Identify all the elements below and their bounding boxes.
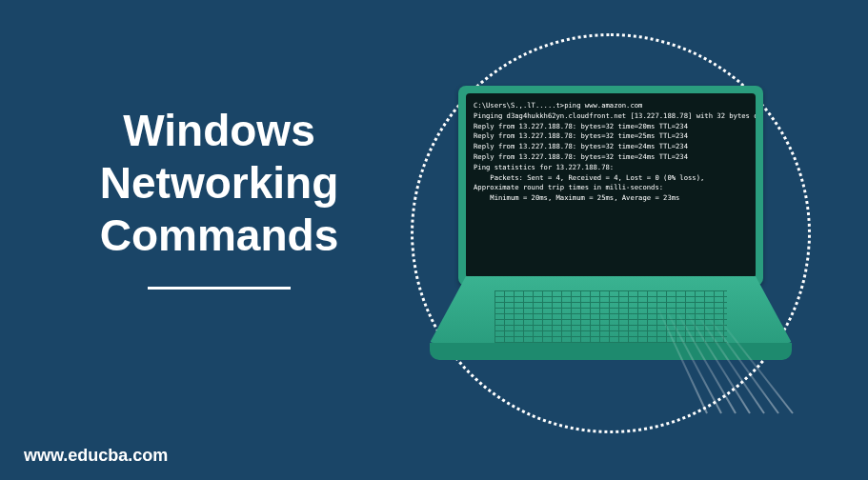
terminal-reply: Reply from 13.227.188.78: bytes=32 time=…	[474, 152, 748, 163]
laptop-illustration: C:\Users\S.,.lT.....t>ping www.amazon.co…	[430, 86, 792, 381]
title-underline	[148, 287, 291, 290]
laptop-keyboard	[430, 276, 792, 381]
title-line-1: Windows	[123, 106, 314, 155]
title-line-2: Networking	[100, 158, 338, 208]
terminal-rtt-values: Minimum = 20ms, Maximum = 25ms, Average …	[474, 193, 748, 204]
terminal-rtt-header: Approximate round trip times in milli-se…	[474, 183, 748, 193]
terminal-reply: Reply from 13.227.188.78: bytes=32 time=…	[474, 122, 748, 132]
keyboard-deck	[430, 276, 792, 343]
title-line-3: Commands	[100, 210, 338, 260]
terminal-screen: C:\Users\S.,.lT.....t>ping www.amazon.co…	[466, 93, 756, 278]
laptop-screen-bezel: C:\Users\S.,.lT.....t>ping www.amazon.co…	[458, 86, 763, 286]
terminal-packets: Packets: Sent = 4, Received = 4, Lost = …	[474, 173, 748, 184]
terminal-prompt-line: C:\Users\S.,.lT.....t>ping www.amazon.co…	[474, 101, 748, 111]
keyboard-keys	[495, 290, 726, 343]
terminal-reply: Reply from 13.227.188.78: bytes=32 time=…	[474, 142, 748, 152]
keyboard-front-edge	[430, 343, 792, 360]
terminal-stats-header: Ping statistics for 13.227.188.78:	[474, 163, 748, 173]
terminal-ping-header: Pinging d3ag4hukkh62yn.cloudfront.net [1…	[474, 111, 748, 122]
title-block: Windows Networking Commands	[67, 105, 372, 290]
terminal-reply: Reply from 13.227.188.78: bytes=32 time=…	[474, 131, 748, 142]
website-url: www.educba.com	[24, 446, 168, 466]
page-title: Windows Networking Commands	[67, 105, 372, 263]
